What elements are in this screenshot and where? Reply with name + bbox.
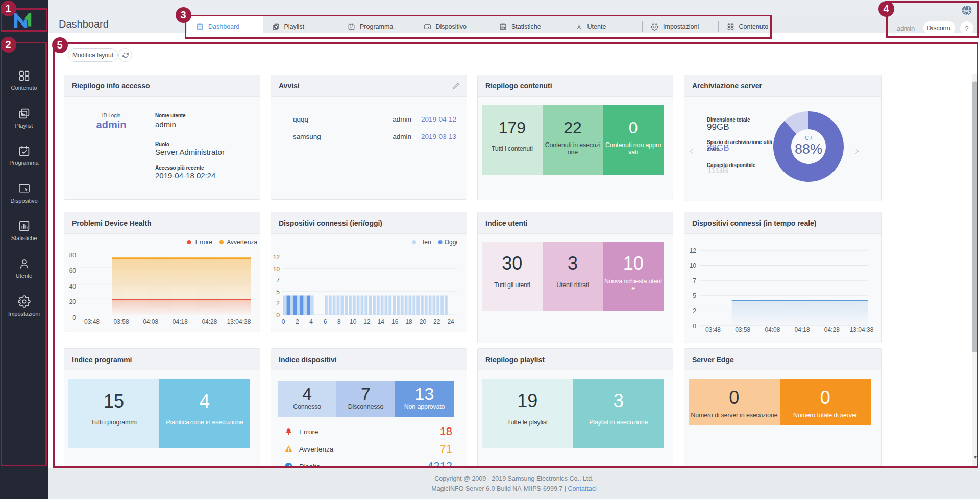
user-icon	[18, 257, 31, 270]
edit-layout-button[interactable]: Modifica layout	[68, 48, 118, 62]
page-title: Dashboard	[59, 18, 109, 30]
summary-tile-1[interactable]: 3Playlist in esecuzione	[573, 379, 665, 448]
sidebar-item-label: Utente	[0, 273, 48, 279]
login-id-value: admin	[96, 118, 127, 131]
card-login: Riepilogo info accessoID LoginadminNome …	[64, 75, 260, 200]
summary-tile-1[interactable]: 22Contenuti in esecuzione	[543, 105, 603, 175]
tab-separator	[567, 21, 567, 32]
tile-label: Connesso	[279, 403, 335, 411]
tile-value: 0	[689, 387, 780, 409]
sidebar-item-impostazioni[interactable]: Impostazioni	[0, 295, 48, 317]
svg-text:5: 5	[693, 292, 696, 299]
tile-value: 4	[159, 391, 250, 412]
sidebar-item-contenuto[interactable]: Contenuto	[0, 69, 48, 91]
svg-text:04:28: 04:28	[202, 318, 217, 325]
card-tempo-reale: Dispositivi connessi (in tempo reale)025…	[684, 212, 882, 343]
summary-tile-1[interactable]: 0Numero totale di server	[780, 379, 871, 425]
scrollbar-thumb[interactable]	[972, 82, 978, 352]
card-storage: Archiviazione serverDimensione totale99G…	[684, 75, 882, 201]
tab-label: Playlist	[284, 23, 305, 30]
contact-link[interactable]: Contattaci	[568, 485, 596, 492]
status-label: Risolto	[299, 463, 320, 469]
svg-text:04:08: 04:08	[143, 318, 158, 325]
summary-tile-0[interactable]: 30Tutti gli utenti	[482, 242, 543, 311]
sidebar-item-programma[interactable]: Programma	[0, 145, 48, 166]
card-alerts: Avvisiqqqqadmin2019-04-12samsungadmin201…	[271, 75, 467, 200]
svg-text:04:18: 04:18	[795, 326, 810, 334]
summary-tile-1[interactable]: 4Pianificazione in esecuzione	[159, 379, 250, 448]
svg-text:10: 10	[690, 262, 697, 269]
playlist-icon	[272, 23, 280, 31]
settings-gear-icon	[651, 23, 658, 31]
svg-text:6: 6	[324, 318, 327, 325]
device-display-icon	[424, 23, 431, 31]
tile-label: Numero di server in esecuzione	[689, 412, 780, 419]
tile-group: 19Tutte le playlist3Playlist in esecuzio…	[482, 379, 664, 448]
tile-value: 3	[543, 253, 603, 274]
card-header: Riepilogo info accesso	[64, 75, 260, 97]
sidebar-item-label: Dispositivo	[0, 198, 48, 204]
card-playlist: Riepilogo playlist19Tutte le playlist3Pl…	[477, 348, 673, 468]
card-contenuti: Riepilogo contenuti179Tutti i contenuti2…	[477, 75, 673, 200]
realtime-devices-line-chart: 0257101203:4803:5804:0804:1804:2813:04:3…	[684, 234, 881, 342]
tile-label: Contenuti non approvati	[604, 142, 663, 157]
summary-tile-2[interactable]: 0Contenuti non approvati	[603, 105, 664, 175]
sidebar-item-utente[interactable]: Utente	[0, 257, 48, 279]
summary-tile-2[interactable]: 13Non approvato	[395, 381, 454, 417]
alert-date-link[interactable]: 2019-04-12	[421, 114, 456, 125]
scrollbar-up-button[interactable]	[972, 74, 978, 81]
tile-value: 22	[543, 118, 603, 137]
tile-label: Non approvato	[396, 403, 452, 411]
svg-text:2: 2	[296, 318, 299, 325]
svg-text:03:58: 03:58	[735, 326, 750, 334]
refresh-icon	[121, 51, 130, 59]
bell-icon	[284, 427, 293, 436]
card-body: 15Tutti i programmi4Pianificazione in es…	[64, 370, 260, 468]
summary-tile-2[interactable]: 10Nuova richiesta utente	[603, 242, 664, 311]
svg-text:0: 0	[72, 314, 76, 321]
tile-value: 0	[603, 118, 664, 137]
tile-value: 4	[278, 384, 336, 403]
vertical-scrollbar[interactable]	[972, 74, 978, 466]
sidebar-item-statistiche[interactable]: Statistiche	[0, 220, 48, 241]
summary-tile-0[interactable]: 15Tutti i programmi	[68, 379, 159, 448]
card-body: qqqqadmin2019-04-12samsungadmin2019-03-1…	[271, 97, 467, 200]
summary-tile-1[interactable]: 3Utenti ritirati	[543, 242, 603, 311]
card-body: 0Numero di server in esecuzione0Numero t…	[684, 370, 881, 468]
svg-text:8: 8	[337, 318, 341, 325]
content-grid-icon	[18, 69, 31, 82]
sidebar-item-playlist[interactable]: Playlist	[0, 107, 48, 129]
tile-group: 179Tutti i contenuti22Contenuti in esecu…	[482, 105, 664, 175]
svg-text:04:18: 04:18	[173, 318, 188, 325]
card-header: Indice programmi	[64, 349, 260, 370]
card-body: 19Tutte le playlist3Playlist in esecuzio…	[478, 370, 673, 468]
pencil-icon[interactable]	[452, 82, 460, 90]
settings-gear-icon	[18, 295, 31, 308]
svg-text:20: 20	[69, 298, 77, 305]
svg-text:7: 7	[276, 277, 280, 284]
status-row-risolto: Risolto4212	[271, 460, 467, 468]
tile-group: 0Numero di server in esecuzione0Numero t…	[689, 379, 871, 425]
svg-text:13:04:38: 13:04:38	[850, 326, 874, 334]
language-globe-button[interactable]	[961, 4, 973, 16]
card-title: Riepilogo playlist	[485, 355, 545, 364]
refresh-button[interactable]	[118, 48, 132, 62]
login-field-label: Accesso più recente	[155, 164, 204, 171]
alert-date-link[interactable]: 2019-03-13	[421, 132, 456, 142]
app-logo[interactable]	[0, 0, 48, 41]
summary-tile-0[interactable]: 4Connesso	[278, 381, 336, 417]
tile-label: Tutti i programmi	[70, 419, 158, 426]
summary-tile-0[interactable]: 19Tutte le playlist	[482, 379, 573, 448]
card-ieri-oggi: Dispositivi connessi (ieri/oggi)02571012…	[271, 212, 467, 332]
svg-text:80: 80	[69, 252, 77, 259]
svg-text:20: 20	[420, 318, 427, 325]
svg-text:12: 12	[363, 318, 371, 325]
scrollbar-down-button[interactable]	[972, 459, 978, 466]
summary-tile-1[interactable]: 7Disconnesso	[336, 381, 395, 417]
tile-label: Playlist in esecuzione	[575, 419, 662, 426]
sidebar-item-dispositivo[interactable]: Dispositivo	[0, 182, 48, 204]
svg-text:0: 0	[693, 323, 696, 330]
summary-tile-0[interactable]: 0Numero di server in esecuzione	[689, 379, 780, 425]
alert-user: admin	[393, 114, 411, 125]
summary-tile-0[interactable]: 179Tutti i contenuti	[482, 105, 543, 175]
